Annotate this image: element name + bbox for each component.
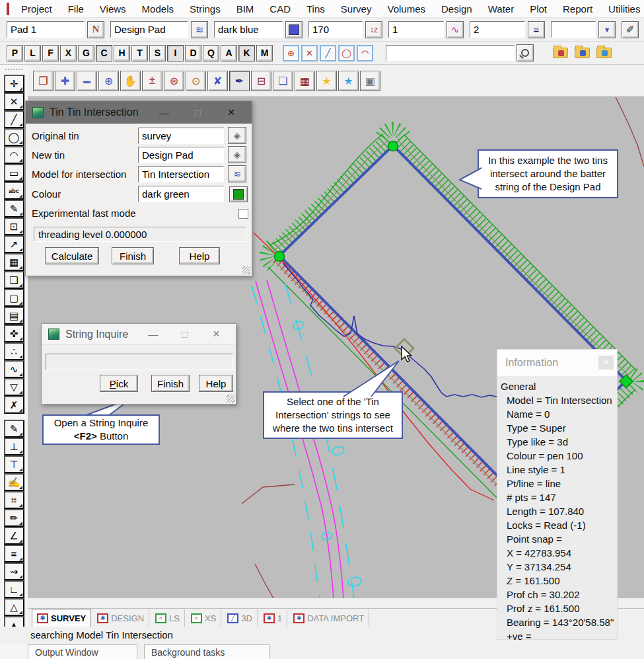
- new-view-icon[interactable]: ❏: [4, 271, 24, 289]
- string-colours-icon[interactable]: ∿: [4, 360, 24, 378]
- point-mode-icon[interactable]: ⊕: [283, 45, 299, 61]
- create-box-icon[interactable]: ▭: [4, 164, 24, 182]
- open-project-folder-icon[interactable]: [553, 48, 568, 58]
- colour-swatch-icon[interactable]: [229, 186, 248, 202]
- model-field[interactable]: [110, 21, 188, 38]
- snaps-star-icon[interactable]: ★: [338, 71, 359, 91]
- toolbar-separator[interactable]: [4, 414, 24, 420]
- search-input[interactable]: [386, 45, 515, 61]
- finish-button[interactable]: Finish: [112, 247, 154, 264]
- fast-mode-checkbox[interactable]: [238, 209, 248, 219]
- menu-views[interactable]: Views: [92, 0, 134, 18]
- create-symbol-icon[interactable]: ✎: [4, 200, 24, 217]
- height-field[interactable]: [308, 21, 363, 38]
- menu-file[interactable]: File: [60, 0, 92, 18]
- zoom-window-icon[interactable]: ⊕: [98, 71, 119, 91]
- tab-design[interactable]: ✱ DESIGN: [92, 609, 149, 627]
- arc-mode-icon[interactable]: ◠: [357, 45, 373, 61]
- sketch-icon[interactable]: ✏: [4, 509, 24, 527]
- create-line-icon[interactable]: ╱: [4, 110, 24, 128]
- name-icon[interactable]: N: [87, 21, 104, 38]
- original-tin-field[interactable]: [138, 128, 224, 144]
- menu-project[interactable]: Project: [13, 0, 60, 18]
- plan-view-icon[interactable]: ❐: [33, 71, 54, 91]
- create-point-icon[interactable]: ✛: [4, 75, 24, 93]
- redraw-icon[interactable]: ✘: [207, 71, 228, 91]
- snap-cursor[interactable]: X: [60, 45, 77, 61]
- colour-field[interactable]: [214, 21, 283, 38]
- menu-models[interactable]: Models: [134, 0, 182, 18]
- menu-design[interactable]: Design: [433, 0, 480, 18]
- pick-brush-icon[interactable]: ✒: [229, 71, 250, 91]
- model-select-icon[interactable]: ≋: [228, 165, 246, 182]
- tab-survey[interactable]: ✱ SURVEY: [32, 609, 91, 627]
- search-icon[interactable]: [517, 44, 534, 61]
- angle-icon[interactable]: ∠: [4, 527, 24, 545]
- new-tin-field[interactable]: [138, 147, 224, 163]
- dialog-titlebar[interactable]: String Inquire — □ ×: [42, 324, 236, 345]
- output-window-panel[interactable]: Output Window: [28, 644, 137, 659]
- delete-icon[interactable]: ✗: [4, 396, 24, 414]
- tin-create-icon[interactable]: △: [4, 598, 24, 616]
- snap-tin[interactable]: T: [131, 45, 148, 61]
- inquire-message-field[interactable]: [46, 354, 233, 370]
- snap-height[interactable]: H: [114, 45, 130, 61]
- menu-tins[interactable]: Tins: [299, 0, 333, 18]
- close-icon[interactable]: ×: [217, 105, 245, 120]
- points-move-icon[interactable]: ∴: [4, 342, 24, 360]
- tab-1[interactable]: ✱ 1: [259, 609, 287, 627]
- maximize-icon[interactable]: □: [172, 329, 197, 340]
- zoom-extents-icon[interactable]: ⊛: [164, 71, 184, 91]
- favourites-star-icon[interactable]: ★: [316, 71, 337, 91]
- minimize-icon[interactable]: —: [140, 329, 166, 340]
- background-tasks-panel[interactable]: Background tasks: [144, 644, 269, 659]
- pan-icon[interactable]: ✋: [120, 71, 141, 91]
- zoom-out-icon[interactable]: ▬: [77, 71, 97, 91]
- menu-survey[interactable]: Survey: [333, 0, 380, 18]
- gate-icon[interactable]: ⌗: [4, 491, 24, 509]
- help-button[interactable]: Help: [199, 375, 233, 392]
- menu-bim[interactable]: BIM: [229, 0, 262, 18]
- weight-icon[interactable]: ≡: [528, 21, 545, 38]
- snap-point[interactable]: P: [7, 45, 23, 61]
- menu-plot[interactable]: Plot: [522, 0, 555, 18]
- points-cross-icon[interactable]: ✕: [4, 93, 24, 110]
- print-icon[interactable]: ⊟: [251, 71, 271, 91]
- copy-view-icon[interactable]: ❏: [273, 71, 293, 91]
- height-icon[interactable]: ↕z: [365, 21, 382, 38]
- edit-text-icon[interactable]: ✍: [4, 473, 24, 491]
- polygon-points-icon[interactable]: ▽: [4, 378, 24, 396]
- tin-select-icon[interactable]: ◈: [228, 127, 246, 144]
- create-circle-icon[interactable]: ◯: [4, 128, 24, 146]
- measure-icon[interactable]: ↗: [4, 235, 24, 253]
- cross-mode-icon[interactable]: ✕: [301, 45, 318, 61]
- snap-grid[interactable]: G: [78, 45, 94, 61]
- dropdown-icon[interactable]: ▼: [598, 21, 616, 38]
- menu-report[interactable]: Report: [555, 0, 600, 18]
- create-arc-icon[interactable]: ◠: [4, 146, 24, 164]
- snap-face[interactable]: F: [42, 45, 59, 61]
- linestyle-icon[interactable]: ∿: [447, 21, 464, 38]
- interface-icon[interactable]: ⊥: [4, 438, 24, 455]
- weight-field[interactable]: [470, 21, 525, 38]
- library-folder-icon[interactable]: [596, 48, 612, 58]
- snap-k[interactable]: K: [238, 45, 255, 61]
- profile-icon[interactable]: ⇝: [4, 562, 24, 580]
- zoom-previous-icon[interactable]: ⊙: [186, 71, 206, 91]
- colour-field[interactable]: [138, 186, 224, 202]
- tab-data-import[interactable]: ✱ DATA IMPORT: [289, 609, 369, 627]
- polygon-icon[interactable]: ▢: [4, 289, 24, 307]
- snap-q[interactable]: Q: [203, 45, 219, 61]
- railway-icon[interactable]: ≡: [4, 545, 24, 562]
- snap-cogo[interactable]: C: [96, 45, 112, 61]
- menu-water[interactable]: Water: [480, 0, 522, 18]
- menu-cad[interactable]: CAD: [262, 0, 299, 18]
- resize-grip[interactable]: [242, 266, 250, 274]
- calculate-button[interactable]: Calculate: [45, 247, 99, 264]
- snap-line[interactable]: L: [24, 45, 41, 61]
- window-layout-icon[interactable]: ▣: [360, 71, 380, 91]
- models-grid-icon[interactable]: ▦: [295, 71, 315, 91]
- translate-icon[interactable]: ✜: [4, 325, 24, 342]
- model-for-intersection-field[interactable]: [138, 166, 224, 182]
- help-button[interactable]: Help: [179, 247, 220, 264]
